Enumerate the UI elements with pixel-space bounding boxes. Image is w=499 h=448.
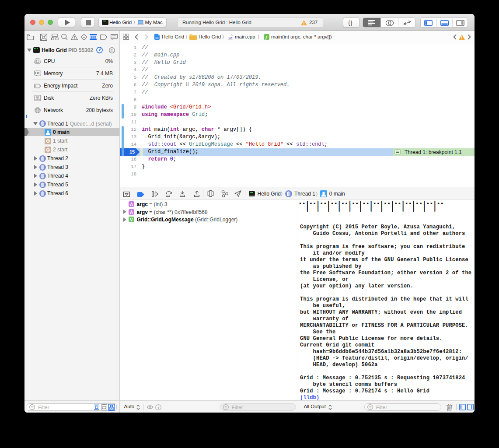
svg-text:A: A <box>130 202 133 207</box>
svg-text:V: V <box>130 217 133 222</box>
svg-text:A: A <box>130 210 133 214</box>
svg-text:C+: C+ <box>229 36 233 39</box>
